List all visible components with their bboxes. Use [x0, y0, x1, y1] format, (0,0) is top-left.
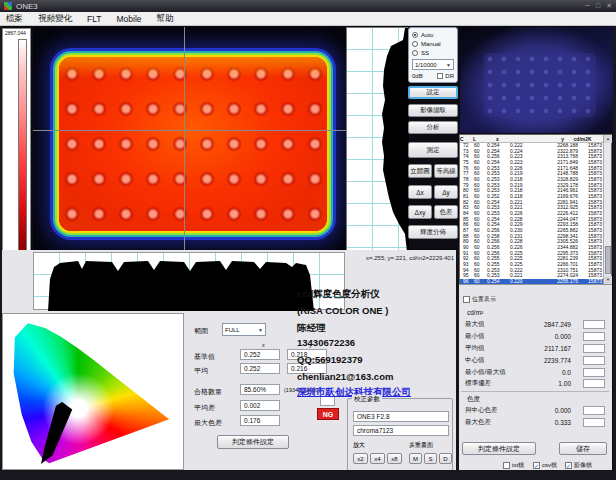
ad-line-3: 陈经理: [297, 322, 326, 335]
range-dropdown[interactable]: FULL ▼: [222, 323, 266, 336]
capture-button[interactable]: 影像擷取: [408, 104, 458, 117]
dr-checkbox[interactable]: DR: [437, 73, 454, 79]
maximize-button[interactable]: □: [596, 1, 600, 11]
pass-count-value: 85.60%: [240, 384, 280, 395]
crosshair-horizontal[interactable]: [33, 130, 346, 131]
delta-x-button[interactable]: Δx: [408, 185, 432, 199]
radio-manual[interactable]: Manual: [412, 39, 454, 48]
col-x-header: x: [262, 342, 265, 348]
ad-line-2: (RISA COLOR ONE ): [297, 305, 388, 316]
luminance-stats-rows: 最大值 2847.249 最小值 0.000 平均值 2117.167: [459, 319, 612, 390]
image-file-checkbox[interactable]: ✓ 影像檔: [565, 461, 592, 470]
menu-item[interactable]: 檔案: [6, 13, 23, 25]
radio-ss-circle[interactable]: [412, 50, 418, 56]
view3d-button[interactable]: 立體圖: [408, 164, 432, 178]
cie-chromaticity-diagram[interactable]: [2, 313, 184, 470]
judge-result-box: [583, 368, 605, 377]
shutter-dropdown[interactable]: 1/10000 ▼: [412, 59, 454, 70]
zoom-label: 放大: [353, 441, 365, 450]
window-frame-bottom: [0, 470, 616, 480]
chevron-down-icon: ▼: [258, 327, 263, 333]
zoom-factor-button[interactable]: x8: [387, 453, 402, 464]
stat-row: 中心值 2239.774: [459, 354, 612, 366]
luminance-heatmap[interactable]: [33, 27, 346, 250]
radio-auto-circle[interactable]: [412, 32, 418, 38]
multi-screen-buttons: MSD: [409, 453, 452, 464]
chroma-section-label: 色度: [467, 395, 480, 404]
menu-item[interactable]: 視頻變化: [38, 13, 72, 25]
stat-row: 與中心色差 0.000: [459, 405, 612, 417]
color-scale: 2867.044 0.000: [2, 28, 31, 288]
zoom-factor-button[interactable]: x2: [353, 453, 368, 464]
judge-result-box: [583, 356, 605, 365]
menu-item[interactable]: FLT: [87, 14, 101, 24]
contour-button[interactable]: 等高線: [434, 164, 458, 178]
reference-label: 基準值: [194, 352, 215, 362]
analyze-button[interactable]: 分析: [408, 121, 458, 134]
app-window: ONE3 ─ □ ✕ 檔案視頻變化FLTMobile幫助 2867.044 0.…: [0, 0, 616, 480]
set-button[interactable]: 設定: [408, 86, 458, 99]
position-display-checkbox[interactable]: 位置表示: [463, 295, 496, 304]
crosshair-vertical[interactable]: [184, 27, 185, 250]
pass-count-label: 合格數量: [194, 387, 222, 397]
cie-horseshoe: [6, 316, 180, 468]
multi-screen-button[interactable]: D: [439, 453, 452, 464]
menu-item[interactable]: 幫助: [157, 13, 174, 25]
radio-ss[interactable]: SS: [412, 48, 454, 57]
multi-screen-button[interactable]: S: [424, 453, 437, 464]
gain-label: 0dB: [412, 73, 423, 79]
judge-result-box: [583, 332, 605, 341]
dr-checkbox-box[interactable]: [437, 73, 443, 79]
max-diff-label: 最大色差: [194, 418, 222, 428]
minimize-button[interactable]: ─: [585, 1, 590, 11]
judge-condition-button-2[interactable]: 判定條件設定: [462, 442, 536, 455]
camera-settings-panel: Auto Manual SS 1/10000 ▼ 0dB DR: [408, 27, 458, 83]
radio-auto[interactable]: Auto: [412, 30, 454, 39]
stat-row: 標準偏差 1.00: [459, 378, 612, 390]
close-button[interactable]: ✕: [606, 1, 612, 11]
txt-file-checkbox[interactable]: txt檔: [503, 461, 524, 470]
table-scrollbar[interactable]: ▲ ▼: [603, 135, 611, 284]
multi-screen-button[interactable]: M: [409, 453, 422, 464]
radio-manual-circle[interactable]: [412, 41, 418, 47]
image-checkbox-box[interactable]: ✓: [565, 462, 572, 469]
window-title: ONE3: [16, 2, 38, 11]
calibration-field-2[interactable]: chroma7123: [353, 425, 449, 436]
horizontal-profile-curve: [34, 253, 346, 311]
table-body: 72600.254 0.2222268.18815873 73600.254 0…: [460, 143, 604, 285]
camera-preview-image[interactable]: [460, 27, 616, 133]
chroma-stats-rows: 與中心色差 0.000 最大色差 0.333: [459, 405, 612, 429]
panel-heatmap-image: [59, 57, 327, 231]
stat-row: 最大值 2847.249: [459, 319, 612, 331]
save-button[interactable]: 儲存: [559, 442, 607, 455]
scroll-down-icon[interactable]: ▼: [604, 276, 612, 284]
separator: [461, 391, 609, 392]
average-label: 平均: [194, 366, 208, 376]
stats-panel: 位置表示 cd/m² 最大值 2847.249 最小值 0.000 平均值: [459, 284, 612, 470]
stat-row: 最小值 0.000: [459, 331, 612, 343]
app-icon: [4, 2, 12, 10]
judge-result-box: [583, 379, 605, 388]
luminance-dist-button[interactable]: 輝度分佈: [408, 225, 458, 239]
color-diff-button[interactable]: 色差: [434, 205, 458, 219]
reference-x-field[interactable]: 0.252: [240, 349, 280, 360]
scroll-up-icon[interactable]: ▲: [604, 135, 612, 143]
delta-y-button[interactable]: Δy: [434, 185, 458, 199]
unit-label: cd/m²: [467, 309, 483, 316]
zoom-factor-button[interactable]: x4: [370, 453, 385, 464]
title-bar: ONE3 ─ □ ✕: [0, 0, 616, 12]
calibration-field-1[interactable]: ONE3 F2.8: [353, 411, 449, 422]
judge-condition-button[interactable]: 判定條件設定: [217, 435, 289, 449]
calibration-group: 校正參數 ONE3 F2.8 chroma7123 放大 x2x4x8 多重畫面…: [347, 398, 453, 474]
average-x-field: 0.252: [240, 363, 280, 374]
scrollbar-thumb[interactable]: [605, 246, 611, 274]
csv-file-checkbox[interactable]: ✓ csv檔: [533, 461, 557, 470]
delta-xy-button[interactable]: Δxy: [408, 205, 432, 219]
measure-button[interactable]: 測定: [408, 142, 458, 158]
calibration-group-title: 校正參數: [352, 395, 382, 404]
position-checkbox-box[interactable]: [463, 296, 470, 303]
csv-checkbox-box[interactable]: ✓: [533, 462, 540, 469]
txt-checkbox-box[interactable]: [503, 462, 510, 469]
stat-row: 最大色差 0.333: [459, 417, 612, 429]
menu-item[interactable]: Mobile: [116, 14, 141, 24]
